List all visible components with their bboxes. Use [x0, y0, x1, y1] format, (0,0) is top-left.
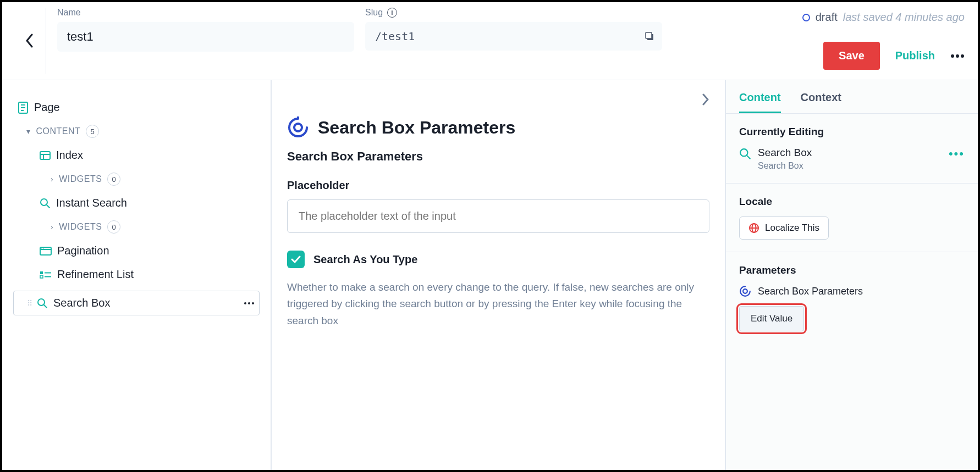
content-count-badge: 5 [86, 125, 99, 138]
sidebar-content-group[interactable]: ▾ CONTENT 5 [13, 119, 260, 143]
content-group-label: CONTENT [36, 126, 81, 136]
search-as-you-type-row: Search As You Type [287, 251, 709, 268]
search-as-you-type-label: Search As You Type [313, 253, 417, 266]
chevron-right-icon [702, 93, 709, 105]
pagination-label: Pagination [57, 245, 109, 257]
svg-rect-20 [40, 275, 43, 278]
item-more-icon[interactable] [244, 302, 255, 305]
sidebar-item-pagination[interactable]: Pagination [13, 239, 260, 263]
svg-point-27 [294, 124, 302, 131]
center-subtitle: Search Box Parameters [287, 149, 709, 164]
globe-icon [748, 223, 759, 234]
center-title: Search Box Parameters [318, 118, 515, 138]
sidebar-item-page[interactable]: Page [13, 96, 260, 119]
svg-line-23 [44, 305, 47, 308]
svg-point-16 [41, 248, 42, 249]
widgets-label: WIDGETS [59, 174, 102, 184]
slug-label: Slug i [365, 8, 662, 18]
sidebar-item-refinement-list[interactable]: Refinement List [13, 263, 260, 286]
save-button[interactable]: Save [823, 42, 880, 70]
parameters-item-label: Search Box Parameters [758, 286, 863, 297]
parameters-item-row: Search Box Parameters [739, 285, 965, 297]
last-saved-label: last saved 4 minutes ago [843, 11, 965, 24]
svg-point-4 [961, 54, 964, 58]
index-label: Index [56, 149, 83, 162]
widgets-count-badge-2: 0 [107, 220, 120, 234]
refinement-list-label: Refinement List [57, 268, 134, 281]
svg-line-30 [747, 156, 750, 159]
svg-line-13 [47, 205, 49, 208]
svg-point-12 [41, 199, 47, 206]
main-area: Page ▾ CONTENT 5 Index › WIDGETS 0 Insta… [2, 80, 978, 470]
placeholder-label: Placeholder [287, 179, 709, 192]
collapse-panel-button[interactable] [702, 93, 709, 105]
svg-point-2 [951, 54, 954, 58]
currently-editing-section: Currently Editing Search Box Search Box … [726, 114, 978, 184]
center-panel: Search Box Parameters Search Box Paramet… [272, 80, 725, 470]
page-icon [18, 102, 29, 114]
sidebar-item-index[interactable]: Index [13, 143, 260, 167]
top-bar: Name Slug i draft last saved 4 minutes a… [2, 2, 978, 80]
sidebar-item-search-box[interactable]: ⠿ Search Box [13, 291, 260, 315]
search-as-you-type-checkbox[interactable] [287, 251, 305, 268]
name-field-group: Name [57, 8, 354, 52]
search-as-you-type-help: Whether to make a search on every change… [287, 279, 709, 329]
tab-context[interactable]: Context [801, 91, 841, 113]
right-panel-tabs: Content Context [726, 80, 978, 114]
parameters-section: Parameters Search Box Parameters Edit Va… [726, 252, 978, 343]
dots-horizontal-icon [950, 54, 965, 58]
publish-button[interactable]: Publish [895, 49, 935, 62]
svg-point-26 [252, 302, 254, 304]
check-icon [291, 256, 301, 263]
name-label: Name [57, 8, 354, 18]
more-menu-button[interactable] [950, 54, 965, 58]
search-icon [739, 148, 751, 160]
localize-label: Localize This [765, 223, 819, 234]
editing-item-subtitle: Search Box [758, 161, 812, 171]
edit-value-button[interactable]: Edit Value [739, 306, 804, 331]
pagination-icon [40, 247, 52, 256]
index-icon [40, 151, 51, 160]
center-title-row: Search Box Parameters [287, 116, 709, 138]
instant-search-label: Instant Search [56, 197, 127, 209]
algolia-logo-icon [739, 285, 751, 297]
right-panel: Content Context Currently Editing Search… [725, 80, 978, 470]
slug-field-group: Slug i [365, 8, 662, 51]
locale-heading: Locale [739, 196, 965, 208]
currently-editing-heading: Currently Editing [739, 126, 965, 138]
svg-rect-9 [40, 152, 50, 159]
editing-item-more-button[interactable]: ••• [949, 147, 965, 161]
svg-point-29 [740, 149, 747, 156]
back-button[interactable] [13, 8, 46, 74]
placeholder-input[interactable] [287, 199, 709, 233]
slug-input[interactable] [365, 22, 662, 51]
search-icon [37, 298, 48, 309]
sidebar-widgets-group-2[interactable]: › WIDGETS 0 [13, 215, 260, 239]
drag-handle-icon[interactable]: ⠿ [27, 301, 31, 306]
draft-status-label: draft [816, 11, 838, 24]
name-input[interactable] [57, 22, 354, 52]
svg-point-3 [956, 54, 959, 58]
localize-button[interactable]: Localize This [739, 216, 829, 240]
svg-point-24 [244, 302, 246, 304]
sidebar-widgets-group-1[interactable]: › WIDGETS 0 [13, 167, 260, 191]
locale-section: Locale Localize This [726, 184, 978, 252]
copy-icon[interactable] [645, 31, 654, 41]
widgets-label-2: WIDGETS [59, 222, 102, 232]
svg-point-25 [248, 302, 250, 304]
sidebar: Page ▾ CONTENT 5 Index › WIDGETS 0 Insta… [2, 80, 272, 470]
chevron-down-icon: ▾ [26, 127, 31, 136]
svg-point-34 [743, 289, 747, 293]
refinement-list-icon [40, 271, 52, 279]
svg-point-17 [43, 248, 44, 249]
svg-rect-1 [646, 32, 652, 38]
widgets-count-badge: 0 [107, 173, 120, 186]
tab-content[interactable]: Content [739, 91, 781, 113]
info-icon[interactable]: i [387, 8, 397, 18]
slug-label-text: Slug [365, 8, 383, 18]
page-label: Page [34, 101, 60, 114]
action-row: Save Publish [823, 42, 965, 70]
sidebar-item-instant-search[interactable]: Instant Search [13, 191, 260, 215]
dots-horizontal-icon [244, 302, 255, 305]
chevron-right-icon: › [51, 223, 53, 231]
